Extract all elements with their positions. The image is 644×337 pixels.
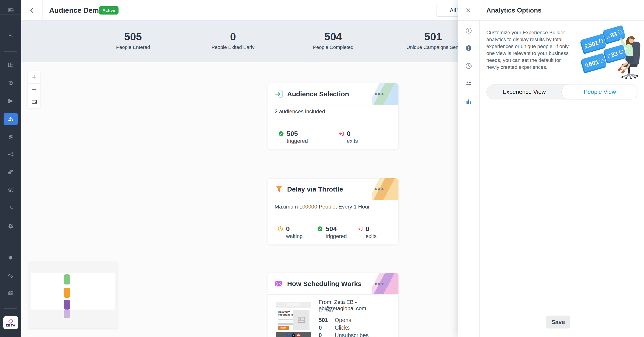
gear-icon xyxy=(8,223,14,229)
image-placeholder-icon xyxy=(294,310,310,330)
sidebar-item-docs[interactable] xyxy=(4,287,18,300)
page-title: Audience Demo xyxy=(49,0,103,20)
sidebar-divider xyxy=(4,51,17,52)
sparkles-icon xyxy=(8,33,14,39)
sidebar-item-journeys[interactable] xyxy=(4,269,18,282)
minimap-node-marker xyxy=(64,288,70,298)
facebook-icon: f xyxy=(286,334,290,337)
check-icon xyxy=(278,131,284,137)
sidebar-item-settings[interactable] xyxy=(4,220,18,232)
email-preview-thumbnail: I'm a very important title Button f xyxy=(276,302,311,337)
node-description: Maximum 100000 People, Every 1 Hour xyxy=(274,204,370,210)
sidebar-item-targeting[interactable] xyxy=(4,77,18,89)
layers-icon xyxy=(8,169,14,175)
people-view-option[interactable]: People View xyxy=(562,84,638,99)
bell-icon xyxy=(8,255,14,261)
exit-icon xyxy=(338,131,344,137)
clock-icon xyxy=(465,62,472,69)
sidebar-item-notifications[interactable] xyxy=(4,252,18,264)
book-icon xyxy=(8,290,14,297)
zeta-logo[interactable]: ZETA xyxy=(3,316,18,329)
history-tab[interactable] xyxy=(463,60,474,72)
panel-tool-strip xyxy=(458,20,480,337)
view-toggle: Experience View People View xyxy=(486,84,638,99)
info-icon xyxy=(465,27,472,34)
back-button[interactable] xyxy=(21,0,43,20)
sidebar-item-reports[interactable] xyxy=(4,184,18,196)
experience-builder-app: Audience Demo Active All Time 505 People… xyxy=(0,0,644,337)
node-menu-button[interactable] xyxy=(375,93,384,95)
alerts-tab[interactable] xyxy=(463,42,474,54)
connector-line xyxy=(333,149,333,178)
sliders-icon xyxy=(465,80,472,87)
minimap-node-marker xyxy=(64,275,70,285)
trend-icon xyxy=(8,187,14,193)
sparkles-icon xyxy=(8,205,14,211)
experience-view-option[interactable]: Experience View xyxy=(486,84,562,99)
envelope-flap xyxy=(287,303,300,306)
sidebar-item-experience-builder[interactable] xyxy=(4,113,18,125)
layout-icon xyxy=(8,62,14,68)
zoom-out-button[interactable]: − xyxy=(28,83,40,96)
node-audience-selection[interactable]: Audience Selection 2 audiences included … xyxy=(268,83,398,149)
analytics-options-panel: Analytics Options Customize your Experie… xyxy=(458,0,644,337)
people-icon xyxy=(8,134,14,140)
node-menu-button[interactable] xyxy=(375,283,384,285)
sidebar-item-ai-assist[interactable] xyxy=(4,30,18,43)
save-button[interactable]: Save xyxy=(546,316,570,329)
collapse-icon xyxy=(8,7,14,13)
node-description: 2 audiences included xyxy=(274,108,325,115)
sidebar-item-integrations[interactable] xyxy=(4,148,18,161)
check-icon xyxy=(317,226,323,233)
alert-icon xyxy=(465,45,472,51)
minimap-node-marker xyxy=(64,310,70,318)
stat-people-completed: 504 People Completed xyxy=(313,30,353,50)
sidebar-item-templates[interactable] xyxy=(4,166,18,178)
analytics-illustration: 501 83 xyxy=(558,23,644,79)
zoom-in-button[interactable]: + xyxy=(28,71,40,83)
zeta-diamond-icon xyxy=(8,319,14,324)
stat-people-entered: 505 People Entered xyxy=(116,30,150,50)
node-menu-button[interactable] xyxy=(375,188,384,190)
node-title: Audience Selection xyxy=(287,90,349,98)
stat-people-exited-early: 0 People Exited Early xyxy=(212,30,254,50)
node-title: How Scheduling Works xyxy=(287,280,362,288)
connector-line xyxy=(333,245,333,273)
settings-tab[interactable] xyxy=(463,78,474,89)
sidebar-divider xyxy=(4,308,17,309)
minimap-viewport[interactable] xyxy=(31,273,115,310)
zoom-controls: + − xyxy=(28,71,40,108)
analytics-tab[interactable] xyxy=(463,96,474,107)
clock-icon xyxy=(278,226,283,233)
email-campaign-name: Demo xyxy=(319,308,333,314)
node-delay-via-throttle[interactable]: Delay via Throttle Maximum 100000 People… xyxy=(268,178,398,245)
sidebar-divider xyxy=(4,243,17,243)
sidebar-collapse-button[interactable] xyxy=(4,4,18,16)
send-icon xyxy=(8,98,14,104)
sidebar-item-intelligence[interactable] xyxy=(4,202,18,214)
chevron-left-icon xyxy=(28,7,35,14)
node-how-scheduling-works[interactable]: How Scheduling Works I'm a very importan… xyxy=(268,273,398,337)
exit-icon xyxy=(357,226,363,233)
analytics-description-section: Customize your Experience Builder analyt… xyxy=(480,20,644,79)
panel-title: Analytics Options xyxy=(486,0,542,20)
email-icon xyxy=(274,280,283,288)
minimap[interactable] xyxy=(28,262,118,329)
fit-view-button[interactable] xyxy=(28,96,40,108)
fit-screen-icon xyxy=(31,99,37,105)
sidebar-item-campaigns[interactable] xyxy=(4,95,18,107)
minimap-node-marker xyxy=(64,300,70,310)
road-icon xyxy=(8,272,14,279)
close-icon xyxy=(465,7,471,13)
x-social-icon: X xyxy=(292,334,296,337)
split-icon xyxy=(8,151,14,158)
status-badge: Active xyxy=(99,6,118,14)
close-panel-button[interactable] xyxy=(464,5,473,15)
googleplus-icon: G+ xyxy=(297,334,301,337)
sidebar-item-dashboard[interactable] xyxy=(4,58,18,71)
sidebar-item-audiences[interactable] xyxy=(4,131,18,143)
audience-enter-icon xyxy=(274,90,283,98)
flowchart-icon xyxy=(8,116,14,122)
funnel-icon xyxy=(274,185,283,194)
info-tab[interactable] xyxy=(463,25,474,36)
